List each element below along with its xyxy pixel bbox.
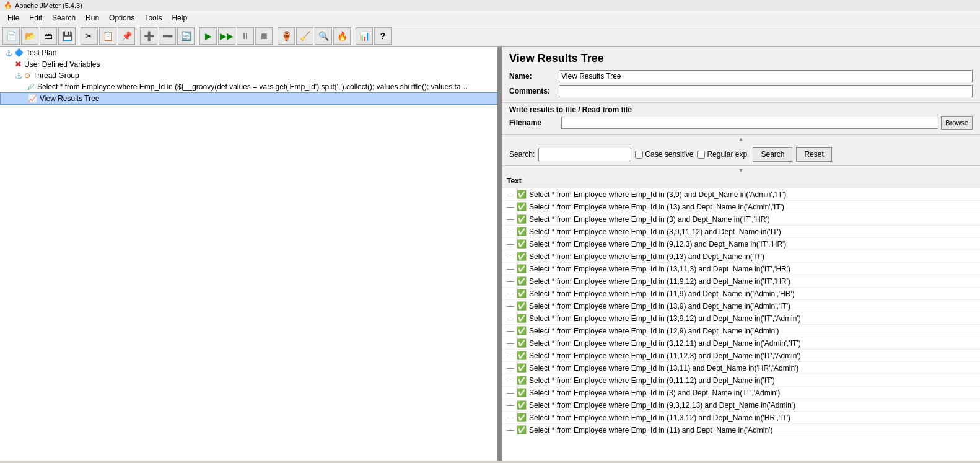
toggle-button[interactable]: 🔄 [177, 27, 195, 45]
open-button[interactable]: 📂 [21, 27, 38, 45]
success-icon: ✅ [517, 239, 527, 249]
comments-input[interactable] [559, 85, 973, 97]
dash-icon: — [507, 190, 514, 199]
tree-item-user-defined[interactable]: ✖ User Defined Variables [0, 58, 500, 70]
tree-item-label: Select * from Employee where Emp_Id in (… [37, 82, 471, 91]
right-header: View Results Tree Name: Comments: [502, 47, 980, 103]
result-row[interactable]: —✅Select * from Employee where Emp_Id in… [502, 275, 980, 288]
success-icon: ✅ [517, 202, 527, 211]
scroll-up-arrow[interactable]: ▲ [502, 135, 980, 143]
name-label: Name: [509, 72, 559, 81]
result-row[interactable]: —✅Select * from Employee where Emp_Id in… [502, 387, 980, 399]
search-button[interactable]: Search [753, 147, 792, 162]
collapse-button[interactable]: ➖ [159, 27, 176, 45]
menu-help[interactable]: Help [167, 12, 192, 24]
result-row[interactable]: —✅Select * from Employee where Emp_Id in… [502, 350, 980, 362]
copy-button[interactable]: 📋 [99, 27, 116, 45]
name-input[interactable] [559, 70, 973, 82]
clear-button[interactable]: 🧹 [296, 27, 313, 45]
result-row[interactable]: —✅Select * from Employee where Emp_Id in… [502, 263, 980, 275]
dash-icon: — [507, 351, 514, 360]
start-button[interactable]: ▶ [199, 27, 217, 45]
regex-label: Regular exp. [707, 150, 749, 159]
dash-icon: — [507, 240, 514, 249]
success-icon: ✅ [517, 413, 527, 422]
result-row[interactable]: —✅Select * from Employee where Emp_Id in… [502, 300, 980, 312]
result-row[interactable]: —✅Select * from Employee where Emp_Id in… [502, 288, 980, 300]
toolbar: 📄 📂 🗃 💾 ✂ 📋 📌 ➕ ➖ 🔄 ▶ ▶▶ ⏸ ⏹ 🏺 🧹 🔍 🔥 📊 ? [0, 25, 980, 47]
results-area[interactable]: Text —✅Select * from Employee where Emp_… [502, 174, 980, 461]
search-input[interactable] [538, 148, 631, 161]
tree-item-test-plan[interactable]: ⚓ 🔷 Test Plan [0, 47, 500, 58]
save-templates-button[interactable]: 🗃 [40, 27, 57, 45]
table-button[interactable]: 📊 [356, 27, 373, 45]
resize-handle[interactable] [497, 47, 500, 461]
dash-icon: — [507, 327, 514, 335]
result-row[interactable]: —✅Select * from Employee where Emp_Id in… [502, 325, 980, 337]
result-text: Select * from Employee where Emp_Id in (… [529, 252, 764, 261]
result-row[interactable]: —✅Select * from Employee where Emp_Id in… [502, 238, 980, 250]
scroll-down-arrow[interactable]: ▼ [502, 166, 980, 174]
save-button[interactable]: 💾 [58, 27, 76, 45]
result-row[interactable]: —✅Select * from Employee where Emp_Id in… [502, 250, 980, 263]
dash-icon: — [507, 389, 514, 397]
dash-icon: — [507, 227, 514, 236]
tree-item-results-tree[interactable]: 📈 View Results Tree [0, 92, 500, 105]
menu-run[interactable]: Run [81, 12, 104, 24]
result-text: Select * from Employee where Emp_Id in (… [529, 314, 801, 323]
result-row[interactable]: —✅Select * from Employee where Emp_Id in… [502, 226, 980, 238]
help-button[interactable]: ? [374, 27, 392, 45]
success-icon: ✅ [517, 363, 527, 373]
menu-options[interactable]: Options [104, 12, 139, 24]
dash-icon: — [507, 203, 514, 211]
result-text: Select * from Employee where Emp_Id in (… [529, 289, 795, 298]
tree-item-thread-group[interactable]: ⚓ ⊙ Thread Group [0, 70, 500, 81]
result-row[interactable]: —✅Select * from Employee where Emp_Id in… [502, 424, 980, 436]
filename-label: Filename [509, 118, 559, 127]
result-row[interactable]: —✅Select * from Employee where Emp_Id in… [502, 312, 980, 325]
start-no-pause-button[interactable]: ▶▶ [218, 27, 235, 45]
comments-row: Comments: [509, 85, 973, 97]
listener-icon: 📈 [28, 94, 37, 103]
menu-search[interactable]: Search [47, 12, 81, 24]
search-toolbar-button[interactable]: 🔍 [315, 27, 332, 45]
expand-button[interactable]: ➕ [140, 27, 157, 45]
dash-icon: — [507, 314, 514, 323]
result-row[interactable]: —✅Select * from Employee where Emp_Id in… [502, 213, 980, 226]
regex-checkbox[interactable] [697, 151, 705, 159]
result-text: Select * from Employee where Emp_Id in (… [529, 277, 790, 286]
dash-icon: — [507, 302, 514, 311]
filename-row: Filename Browse [509, 116, 973, 130]
paste-button[interactable]: 📌 [118, 27, 135, 45]
flame-button[interactable]: 🔥 [333, 27, 351, 45]
result-row[interactable]: —✅Select * from Employee where Emp_Id in… [502, 399, 980, 412]
result-row[interactable]: —✅Select * from Employee where Emp_Id in… [502, 201, 980, 213]
cut-button[interactable]: ✂ [81, 27, 98, 45]
success-icon: ✅ [517, 338, 527, 348]
file-section: Write results to file / Read from file F… [502, 103, 980, 135]
menu-edit[interactable]: Edit [24, 12, 47, 24]
result-row[interactable]: —✅Select * from Employee where Emp_Id in… [502, 374, 980, 387]
menu-file[interactable]: File [2, 12, 24, 24]
new-button[interactable]: 📄 [2, 27, 20, 45]
results-rows: —✅Select * from Employee where Emp_Id in… [502, 188, 980, 436]
result-row[interactable]: —✅Select * from Employee where Emp_Id in… [502, 362, 980, 374]
tree-item-sampler[interactable]: 🖊 Select * from Employee where Emp_Id in… [0, 81, 500, 92]
case-sensitive-checkbox[interactable] [635, 151, 643, 159]
result-row[interactable]: —✅Select * from Employee where Emp_Id in… [502, 337, 980, 350]
reset-button[interactable]: Reset [796, 147, 831, 162]
browse-button[interactable]: Browse [941, 116, 973, 130]
result-text: Select * from Employee where Emp_Id in (… [529, 426, 772, 434]
dash-icon: — [507, 364, 514, 373]
success-icon: ✅ [517, 214, 527, 224]
shutdown-button[interactable]: ⏹ [255, 27, 273, 45]
result-text: Select * from Employee where Emp_Id in (… [529, 376, 775, 385]
result-row[interactable]: —✅Select * from Employee where Emp_Id in… [502, 412, 980, 424]
menu-tools[interactable]: Tools [139, 12, 167, 24]
jar-button[interactable]: 🏺 [278, 27, 295, 45]
result-row[interactable]: —✅Select * from Employee where Emp_Id in… [502, 188, 980, 201]
stop-button[interactable]: ⏸ [237, 27, 254, 45]
dash-icon: — [507, 215, 514, 224]
filename-input[interactable] [561, 117, 938, 129]
dash-icon: — [507, 265, 514, 273]
